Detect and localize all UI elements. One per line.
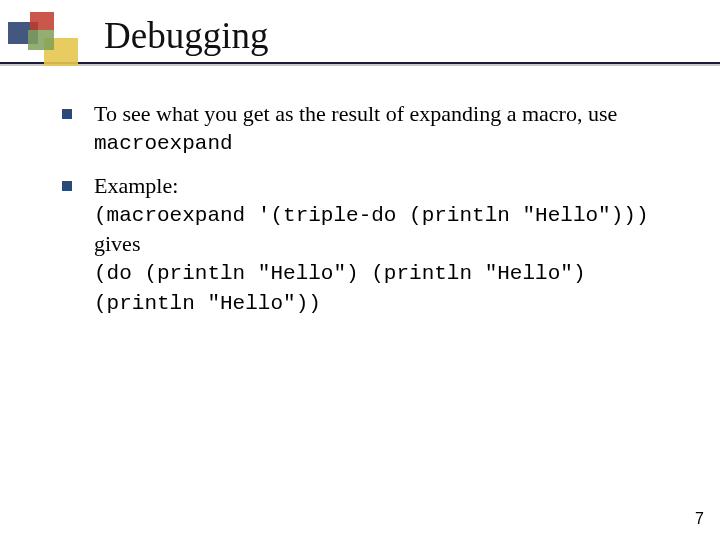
bullet-item-1: To see what you get as the result of exp… (62, 100, 682, 158)
slide-title: Debugging (104, 14, 268, 57)
item2-code1: (macroexpand '(triple-do (println "Hello… (94, 204, 649, 227)
title-underline-shadow (0, 64, 720, 66)
square-bullet-icon (62, 109, 72, 119)
logo-green-square (28, 30, 54, 50)
bullet-item-2-text: Example: (macroexpand '(triple-do (print… (94, 172, 682, 318)
corner-logo (8, 12, 88, 68)
logo-red-square (30, 12, 54, 30)
slide: Debugging To see what you get as the res… (0, 0, 720, 540)
bullet-item-1-text: To see what you get as the result of exp… (94, 100, 682, 158)
item2-code2b: (println "Hello")) (94, 292, 321, 315)
item2-mid: gives (94, 231, 140, 256)
item2-lead: Example: (94, 173, 178, 198)
item1-code: macroexpand (94, 132, 233, 155)
item1-lead: To see what you get as the result of exp… (94, 101, 617, 126)
item2-code2a: (do (println "Hello") (println "Hello") (94, 262, 585, 285)
page-number: 7 (695, 510, 704, 528)
slide-body: To see what you get as the result of exp… (62, 100, 682, 332)
square-bullet-icon (62, 181, 72, 191)
bullet-item-2: Example: (macroexpand '(triple-do (print… (62, 172, 682, 318)
